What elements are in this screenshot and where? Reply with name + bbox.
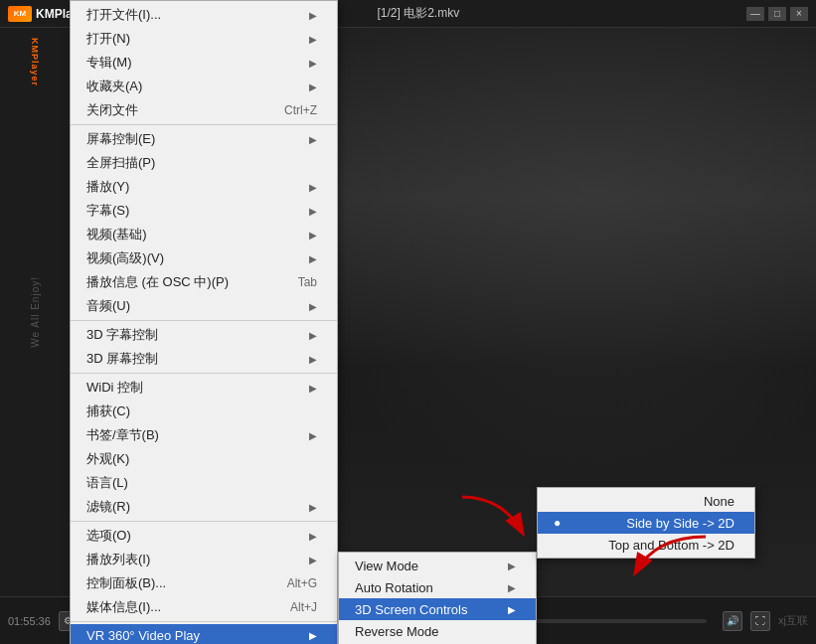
menu-language-label: 语言(L)	[86, 474, 128, 492]
menu-audio[interactable]: 音频(U) ▶	[71, 294, 337, 318]
menu-video-advanced-label: 视频(高级)(V)	[86, 249, 164, 267]
menu-open[interactable]: 打开(N) ▶	[71, 27, 337, 51]
sc-side-by-side-check: ●	[554, 516, 561, 530]
menu-skin-label: 外观(K)	[86, 450, 129, 468]
watermark: xj互联	[778, 613, 808, 628]
menu-open-file-label: 打开文件(I)...	[86, 6, 161, 24]
sidebar-tagline: We All Enjoy!	[30, 276, 41, 348]
menu-control-panel-shortcut: Alt+G	[287, 576, 317, 590]
menu-play-info[interactable]: 播放信息 (在 OSC 中)(P) Tab	[71, 270, 337, 294]
menu-album-arrow: ▶	[309, 58, 317, 69]
menu-screen-control-arrow: ▶	[309, 134, 317, 145]
menu-open-file[interactable]: 打开文件(I)... ▶	[71, 3, 337, 27]
menu-fullscreen-scan[interactable]: 全屏扫描(P)	[71, 151, 337, 175]
vr-reverse-mode-label: Reverse Mode	[355, 624, 439, 639]
screen-controls-submenu: None ● Side by Side -> 2D Top and Bottom…	[537, 487, 755, 559]
sidebar: KMPlayer We All Enjoy!	[0, 28, 70, 596]
separator-1	[71, 124, 337, 125]
menu-screen-control-label: 屏幕控制(E)	[86, 130, 155, 148]
menu-subtitle[interactable]: 字幕(S) ▶	[71, 199, 337, 223]
menu-vr360[interactable]: VR 360° Video Play ▶	[71, 624, 337, 644]
menu-subtitle-arrow: ▶	[309, 206, 317, 217]
menu-play-info-label: 播放信息 (在 OSC 中)(P)	[86, 273, 229, 291]
volume-button[interactable]: 🔊	[723, 611, 742, 631]
time-display: 01:55:36	[8, 615, 51, 627]
menu-album[interactable]: 专辑(M) ▶	[71, 51, 337, 75]
vr-submenu: View Mode ▶ Auto Rotation ▶ 3D Screen Co…	[338, 552, 537, 644]
sc-none[interactable]: None	[538, 490, 754, 512]
menu-subtitle-label: 字幕(S)	[86, 202, 129, 220]
menu-audio-arrow: ▶	[309, 301, 317, 312]
menu-media-info[interactable]: 媒体信息(I)... Alt+J	[71, 595, 337, 619]
menu-audio-label: 音频(U)	[86, 297, 130, 315]
close-button[interactable]: ×	[790, 7, 808, 21]
menu-playlist[interactable]: 播放列表(I) ▶	[71, 548, 337, 571]
menu-media-info-label: 媒体信息(I)...	[86, 598, 161, 616]
menu-widi-arrow: ▶	[309, 383, 317, 394]
menu-3d-screen-label: 3D 屏幕控制	[86, 350, 158, 368]
sc-top-bottom-label: Top and Bottom -> 2D	[608, 538, 734, 553]
menu-video-basic-label: 视频(基础)	[86, 226, 147, 243]
menu-open-file-arrow: ▶	[309, 10, 317, 21]
menu-play-arrow: ▶	[309, 182, 317, 193]
minimize-button[interactable]: —	[746, 7, 764, 21]
menu-filter-label: 滤镜(R)	[86, 498, 130, 516]
context-menu: 打开文件(I)... ▶ 打开(N) ▶ 专辑(M) ▶ 收藏夹(A) ▶ 关闭…	[70, 0, 338, 644]
menu-favorites-arrow: ▶	[309, 81, 317, 92]
menu-open-label: 打开(N)	[86, 30, 130, 48]
titlebar-controls: — □ ×	[746, 7, 808, 21]
menu-3d-subtitle-arrow: ▶	[309, 330, 317, 341]
menu-capture[interactable]: 捕获(C)	[71, 400, 337, 423]
menu-video-advanced[interactable]: 视频(高级)(V) ▶	[71, 246, 337, 270]
titlebar-title: [1/2] 电影2.mkv	[378, 5, 460, 22]
menu-video-advanced-arrow: ▶	[309, 253, 317, 264]
sidebar-app-name: KMPlayer	[30, 38, 40, 86]
menu-control-panel[interactable]: 控制面板(B)... Alt+G	[71, 571, 337, 595]
separator-3	[71, 373, 337, 374]
menu-video-basic[interactable]: 视频(基础) ▶	[71, 223, 337, 246]
menu-widi-label: WiDi 控制	[86, 379, 143, 397]
menu-video-basic-arrow: ▶	[309, 230, 317, 241]
menu-vr360-arrow: ▶	[309, 630, 317, 641]
menu-3d-screen-arrow: ▶	[309, 354, 317, 365]
menu-skin[interactable]: 外观(K)	[71, 447, 337, 471]
menu-bookmark[interactable]: 书签/章节(B) ▶	[71, 423, 337, 447]
vr-auto-rotation-label: Auto Rotation	[355, 580, 433, 595]
menu-options-arrow: ▶	[309, 531, 317, 542]
menu-options[interactable]: 选项(O) ▶	[71, 524, 337, 548]
menu-language[interactable]: 语言(L)	[71, 471, 337, 495]
menu-filter[interactable]: 滤镜(R) ▶	[71, 495, 337, 519]
menu-play[interactable]: 播放(Y) ▶	[71, 175, 337, 199]
vr-reverse-mode[interactable]: Reverse Mode	[339, 620, 536, 642]
sc-top-bottom[interactable]: Top and Bottom -> 2D	[538, 534, 754, 556]
fullscreen-button[interactable]: ⛶	[750, 611, 770, 631]
vr-view-mode-label: View Mode	[355, 559, 418, 573]
vr-view-mode-arrow: ▶	[508, 561, 516, 571]
menu-favorites[interactable]: 收藏夹(A) ▶	[71, 75, 337, 98]
sc-side-by-side[interactable]: ● Side by Side -> 2D	[538, 512, 754, 534]
menu-widi[interactable]: WiDi 控制 ▶	[71, 376, 337, 400]
vr-auto-rotation-arrow: ▶	[508, 582, 516, 593]
separator-5	[71, 621, 337, 622]
separator-4	[71, 521, 337, 522]
menu-filter-arrow: ▶	[309, 502, 317, 513]
menu-3d-subtitle-label: 3D 字幕控制	[86, 326, 158, 344]
menu-capture-label: 捕获(C)	[86, 402, 130, 420]
menu-close-file[interactable]: 关闭文件 Ctrl+Z	[71, 98, 337, 122]
sidebar-logo: KMPlayer	[30, 38, 41, 86]
menu-vr360-label: VR 360° Video Play	[86, 628, 200, 643]
sc-top-bottom-check	[554, 538, 557, 552]
menu-playlist-label: 播放列表(I)	[86, 551, 150, 568]
menu-album-label: 专辑(M)	[86, 54, 132, 72]
sc-side-by-side-label: Side by Side -> 2D	[626, 516, 734, 531]
menu-3d-subtitle[interactable]: 3D 字幕控制 ▶	[71, 323, 337, 347]
menu-close-file-shortcut: Ctrl+Z	[284, 103, 317, 117]
vr-3d-screen-controls[interactable]: 3D Screen Controls ▶	[339, 598, 536, 620]
sc-none-check	[554, 494, 557, 508]
vr-view-mode[interactable]: View Mode ▶	[339, 555, 536, 576]
menu-screen-control[interactable]: 屏幕控制(E) ▶	[71, 127, 337, 151]
vr-auto-rotation[interactable]: Auto Rotation ▶	[339, 576, 536, 598]
menu-3d-screen[interactable]: 3D 屏幕控制 ▶	[71, 347, 337, 371]
menu-control-panel-label: 控制面板(B)...	[86, 574, 166, 592]
maximize-button[interactable]: □	[768, 7, 786, 21]
